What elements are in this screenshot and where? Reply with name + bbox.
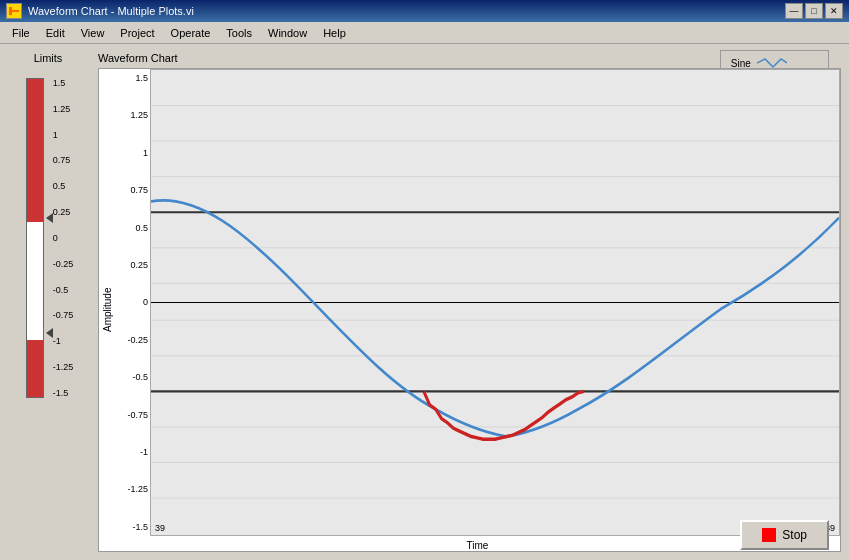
minimize-button[interactable]: — <box>785 3 803 19</box>
limits-label: Limits <box>34 52 63 64</box>
stop-button-area: Stop <box>740 520 829 550</box>
x-axis-label: Time <box>115 540 840 551</box>
menu-operate[interactable]: Operate <box>163 25 219 41</box>
x-axis-start: 39 <box>155 523 165 533</box>
y-axis-label: Amplitude <box>99 69 115 551</box>
app-icon <box>6 3 22 19</box>
close-button[interactable]: ✕ <box>825 3 843 19</box>
chart-area: Waveform Chart Amplitude 1.5 1.25 1 0.75… <box>98 52 841 552</box>
menu-window[interactable]: Window <box>260 25 315 41</box>
chart-svg <box>151 70 839 535</box>
window-title: Waveform Chart - Multiple Plots.vi <box>28 5 194 17</box>
lower-limit-arrow[interactable] <box>46 328 53 338</box>
limits-panel: Limits 1.5 1.25 1 0.75 <box>8 52 88 552</box>
menu-bar: File Edit View Project Operate Tools Win… <box>0 22 849 44</box>
title-bar: Waveform Chart - Multiple Plots.vi — □ ✕ <box>0 0 849 22</box>
menu-project[interactable]: Project <box>112 25 162 41</box>
menu-view[interactable]: View <box>73 25 113 41</box>
svg-rect-1 <box>9 7 12 15</box>
maximize-button[interactable]: □ <box>805 3 823 19</box>
stop-icon <box>762 528 776 542</box>
chart-container: Amplitude 1.5 1.25 1 0.75 0.5 0.25 0 -0.… <box>98 68 841 552</box>
menu-edit[interactable]: Edit <box>38 25 73 41</box>
upper-limit-arrow[interactable] <box>46 213 53 223</box>
stop-label: Stop <box>782 528 807 542</box>
stop-button[interactable]: Stop <box>740 520 829 550</box>
menu-file[interactable]: File <box>4 25 38 41</box>
chart-title: Waveform Chart <box>98 52 841 64</box>
menu-tools[interactable]: Tools <box>218 25 260 41</box>
main-content: Limits 1.5 1.25 1 0.75 <box>0 44 849 560</box>
menu-help[interactable]: Help <box>315 25 354 41</box>
